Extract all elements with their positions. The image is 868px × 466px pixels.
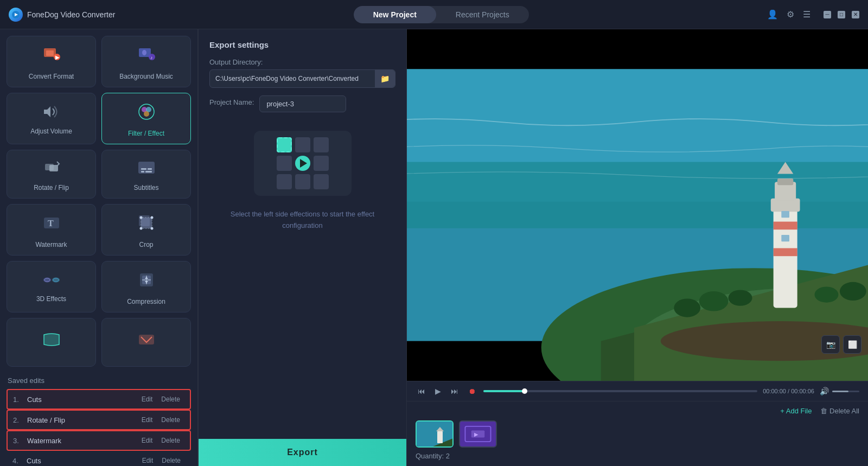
- frame-button[interactable]: ⬜: [843, 335, 861, 354]
- tab-recent-projects[interactable]: Recent Projects: [436, 6, 529, 23]
- delete-btn-2[interactable]: Delete: [157, 415, 184, 425]
- sidebar-item-watermark[interactable]: T Watermark: [7, 204, 96, 256]
- grid-cell: [277, 174, 292, 189]
- saved-edit-item-2: 2. Rotate / Flip Edit Delete: [7, 410, 191, 430]
- prev-frame-button[interactable]: ⏮: [416, 386, 427, 397]
- sidebar-item-adjust-volume[interactable]: Adjust Volume: [7, 93, 96, 144]
- svg-text:▶: ▶: [474, 431, 478, 437]
- maximize-button[interactable]: □: [838, 11, 845, 18]
- svg-point-63: [814, 286, 838, 302]
- export-button[interactable]: Export: [199, 439, 406, 466]
- svg-rect-20: [141, 171, 144, 173]
- browse-button[interactable]: 📁: [375, 70, 395, 87]
- svg-point-29: [150, 227, 153, 230]
- svg-point-61: [699, 291, 729, 311]
- volume-icon[interactable]: 🔊: [820, 387, 829, 395]
- video-scene-svg: [407, 29, 868, 381]
- sidebar-item-convert-format[interactable]: ▶ Convert Format: [7, 36, 96, 87]
- svg-rect-21: [145, 171, 152, 173]
- svg-rect-56: [774, 222, 797, 230]
- saved-edits-list: 1. Cuts Edit Delete 2. Rotate / Flip Edi…: [7, 389, 191, 466]
- svg-marker-10: [44, 106, 50, 117]
- svg-rect-52: [771, 199, 800, 212]
- edit-btn-2[interactable]: Edit: [137, 415, 157, 425]
- sidebar-item-item12[interactable]: [101, 318, 191, 367]
- export-settings: Export settings Output Directory: 📁 Proj…: [199, 29, 406, 439]
- close-button[interactable]: ✕: [852, 11, 859, 18]
- delete-all-button[interactable]: 🗑 Delete All: [820, 407, 859, 415]
- edit-btn-1[interactable]: Edit: [137, 394, 157, 404]
- watermark-label: Watermark: [35, 241, 67, 248]
- volume-slider[interactable]: [832, 391, 859, 392]
- file-thumbnails: ▶: [416, 420, 859, 448]
- titlebar-left: FoneDog Video Converter: [9, 8, 115, 22]
- thumbnail-2[interactable]: ▶: [459, 420, 497, 448]
- sidebar-item-subtitles[interactable]: Subtitles: [101, 150, 191, 199]
- adjust-volume-label: Adjust Volume: [30, 127, 72, 135]
- progress-bar[interactable]: [483, 390, 757, 392]
- grid-cell: [314, 137, 329, 152]
- 3d-effects-label: 3D Effects: [36, 295, 66, 303]
- add-file-button[interactable]: + Add File: [780, 407, 812, 415]
- delete-btn-1[interactable]: Delete: [157, 394, 184, 404]
- grid-cell: [295, 174, 310, 189]
- menu-icon[interactable]: ☰: [803, 9, 810, 20]
- next-frame-button[interactable]: ⏭: [449, 386, 461, 397]
- minimize-button[interactable]: ─: [824, 11, 831, 18]
- settings-icon[interactable]: ⚙: [787, 9, 794, 20]
- video-preview: 📷 ⬜: [407, 29, 868, 381]
- subtitles-label: Subtitles: [133, 184, 158, 191]
- compression-label: Compression: [127, 298, 165, 305]
- sidebar-item-3d-effects[interactable]: 3D Effects: [7, 261, 96, 312]
- tab-new-project[interactable]: New Project: [354, 6, 436, 23]
- play-center-btn[interactable]: [295, 156, 310, 171]
- effects-grid: ▶ Convert Format ♪ Background Music: [7, 36, 191, 367]
- filter-effect-label: Filter / Effect: [128, 130, 164, 137]
- user-icon[interactable]: 👤: [767, 9, 778, 20]
- delete-btn-3[interactable]: Delete: [157, 436, 184, 445]
- rotate-flip-label: Rotate / Flip: [34, 184, 69, 191]
- sidebar-item-filter-effect[interactable]: Filter / Effect: [101, 93, 191, 144]
- svg-rect-16: [49, 165, 58, 171]
- sidebar-item-item11[interactable]: [7, 318, 96, 367]
- file-list-area: + Add File 🗑 Delete All: [407, 401, 868, 466]
- output-directory-label: Output Directory:: [209, 58, 395, 66]
- file-list-header: + Add File 🗑 Delete All: [416, 407, 859, 415]
- play-button[interactable]: ▶: [433, 386, 443, 397]
- grid-cell: [277, 156, 292, 171]
- current-time: 00:00:00: [763, 388, 786, 394]
- grid-cell-active: [277, 137, 292, 152]
- grid-cell: [295, 137, 310, 152]
- project-name-row: Project Name:: [209, 95, 395, 112]
- rotate-flip-icon: [42, 159, 61, 180]
- svg-point-28: [139, 227, 142, 230]
- app-logo: [9, 8, 23, 22]
- sidebar-item-compression[interactable]: Compression: [101, 261, 191, 312]
- sidebar-item-background-music[interactable]: ♪ Background Music: [101, 36, 191, 87]
- thumbnail-1[interactable]: [416, 420, 454, 448]
- subtitles-icon: [137, 159, 156, 180]
- sidebar-item-rotate-flip[interactable]: Rotate / Flip: [7, 150, 96, 199]
- saved-edit-item-4: 4. Cuts Edit Delete: [7, 451, 191, 466]
- saved-edit-item-3: 3. Watermark Edit Delete: [7, 430, 191, 451]
- svg-rect-57: [774, 248, 797, 256]
- middle-panel: Export settings Output Directory: 📁 Proj…: [198, 29, 407, 466]
- edit-btn-3[interactable]: Edit: [137, 436, 157, 445]
- dir-input-row: 📁: [209, 69, 395, 88]
- screenshot-button[interactable]: 📷: [821, 335, 840, 354]
- edit-btn-4[interactable]: Edit: [138, 456, 158, 465]
- svg-text:T: T: [48, 219, 54, 228]
- app-name: FoneDog Video Converter: [27, 10, 115, 19]
- svg-point-27: [150, 216, 153, 219]
- svg-rect-25: [141, 218, 152, 228]
- svg-rect-41: [407, 29, 868, 69]
- record-button[interactable]: ⏺: [466, 386, 478, 397]
- delete-btn-4[interactable]: Delete: [157, 456, 185, 465]
- svg-rect-58: [781, 211, 789, 218]
- sidebar-item-crop[interactable]: Crop: [101, 204, 191, 256]
- svg-point-14: [144, 111, 149, 117]
- project-name-input[interactable]: [259, 95, 346, 112]
- output-directory-input[interactable]: [210, 71, 375, 87]
- crop-icon: [137, 213, 156, 237]
- item12-icon: [137, 331, 156, 352]
